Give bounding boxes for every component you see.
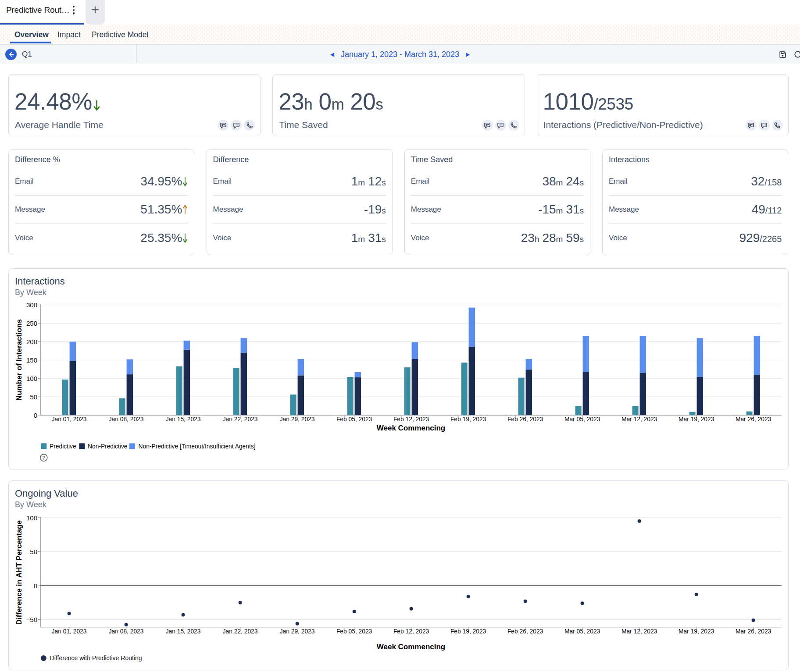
svg-text:Jan 08, 2023: Jan 08, 2023: [109, 416, 144, 423]
svg-text:Feb 26, 2023: Feb 26, 2023: [507, 416, 543, 423]
svg-text:Predictive: Predictive: [50, 443, 76, 450]
svg-text:50: 50: [30, 393, 37, 401]
svg-text:Feb 19, 2023: Feb 19, 2023: [450, 628, 486, 635]
svg-text:Feb 26, 2023: Feb 26, 2023: [507, 628, 543, 635]
svg-text:50: 50: [30, 548, 37, 555]
svg-text:Jan 29, 2023: Jan 29, 2023: [280, 416, 315, 423]
svg-text:Mar 12, 2023: Mar 12, 2023: [621, 628, 657, 635]
svg-text:Number of Interactions: Number of Interactions: [15, 319, 23, 401]
svg-text:Week Commencing: Week Commencing: [377, 424, 446, 432]
svg-text:Jan 01, 2023: Jan 01, 2023: [52, 628, 87, 635]
svg-text:Jan 15, 2023: Jan 15, 2023: [166, 416, 201, 423]
svg-text:Feb 05, 2023: Feb 05, 2023: [336, 628, 372, 635]
svg-text:250: 250: [26, 320, 37, 327]
svg-text:Week Commencing: Week Commencing: [377, 643, 446, 651]
svg-text:Mar 26, 2023: Mar 26, 2023: [736, 416, 771, 423]
svg-text:Feb 05, 2023: Feb 05, 2023: [336, 416, 372, 423]
svg-text:Mar 26, 2023: Mar 26, 2023: [736, 628, 771, 635]
svg-text:Jan 22, 2023: Jan 22, 2023: [223, 628, 258, 635]
svg-text:Mar 19, 2023: Mar 19, 2023: [679, 416, 714, 423]
svg-text:Difference with Predictive Rou: Difference with Predictive Routing: [50, 654, 142, 661]
svg-text:?: ?: [42, 455, 45, 461]
svg-text:Non-Predictive [Timeout/Insuff: Non-Predictive [Timeout/Insufficient Age…: [139, 443, 256, 450]
svg-text:Feb 12, 2023: Feb 12, 2023: [393, 628, 429, 635]
svg-text:Jan 22, 2023: Jan 22, 2023: [223, 416, 258, 423]
svg-text:Mar 05, 2023: Mar 05, 2023: [564, 416, 600, 423]
svg-text:Feb 12, 2023: Feb 12, 2023: [393, 416, 429, 423]
svg-text:0: 0: [34, 412, 37, 419]
svg-text:0: 0: [34, 582, 37, 590]
svg-text:Jan 15, 2023: Jan 15, 2023: [166, 628, 201, 635]
svg-text:Mar 12, 2023: Mar 12, 2023: [621, 416, 657, 423]
svg-text:Jan 29, 2023: Jan 29, 2023: [280, 628, 315, 635]
svg-text:Difference in AHT Percentage: Difference in AHT Percentage: [15, 520, 23, 625]
svg-text:−50: −50: [26, 616, 37, 623]
svg-text:Jan 08, 2023: Jan 08, 2023: [109, 628, 144, 635]
svg-text:150: 150: [26, 356, 37, 364]
svg-text:100: 100: [26, 514, 37, 522]
svg-text:Mar 05, 2023: Mar 05, 2023: [564, 628, 600, 635]
svg-text:100: 100: [26, 375, 37, 382]
svg-text:Mar 19, 2023: Mar 19, 2023: [679, 628, 714, 635]
svg-text:300: 300: [26, 301, 37, 309]
svg-text:Feb 19, 2023: Feb 19, 2023: [450, 416, 486, 423]
svg-text:Jan 01, 2023: Jan 01, 2023: [52, 416, 87, 423]
svg-text:Non-Predictive: Non-Predictive: [88, 443, 128, 450]
svg-text:200: 200: [26, 338, 37, 345]
